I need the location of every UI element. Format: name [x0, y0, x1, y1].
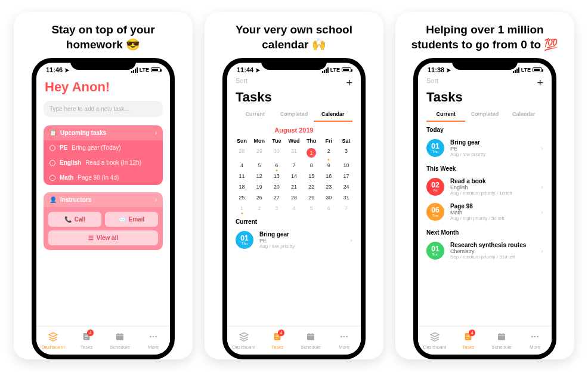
tab-more[interactable]: More [327, 327, 361, 355]
instructors-card: 👤 Instructors › 📞 Call ✉️ Emai [44, 192, 163, 250]
calendar-cell[interactable]: 12 [250, 171, 268, 181]
calendar-cell[interactable]: 10 [338, 160, 355, 171]
svg-point-12 [531, 336, 533, 338]
calendar-cell[interactable]: 16 [320, 171, 338, 181]
add-task-input[interactable]: Type here to add a new task... [44, 101, 163, 117]
clipboard-icon: 📋 [49, 130, 57, 136]
call-button[interactable]: 📞 Call [48, 212, 101, 227]
calendar-cell[interactable]: 27 [268, 192, 285, 203]
tab-dashboard[interactable]: Dashboard [227, 327, 261, 355]
calendar-cell[interactable]: 4 [233, 160, 250, 171]
phone-mock: 11:44 ➤ LTE Sort + Tasks CurrentComplete… [222, 58, 366, 359]
calendar-cell[interactable]: 4 [285, 203, 302, 214]
calendar-cell[interactable]: 31 [338, 192, 355, 203]
upcoming-task-row[interactable]: PE Bring gear (Today) [44, 140, 163, 155]
calendar-cell[interactable]: 23 [320, 181, 338, 192]
calendar-cell[interactable]: 3 [268, 203, 285, 214]
task-checkbox[interactable] [49, 145, 55, 151]
segment-tab-calendar[interactable]: Calendar [505, 107, 543, 122]
task-item[interactable]: 01Thu Bring gear PE Aug / low priority › [227, 227, 361, 252]
view-all-button[interactable]: ☰ View all [48, 230, 158, 245]
segment-tab-completed[interactable]: Completed [274, 107, 313, 122]
calendar-cell[interactable]: 6 [268, 160, 285, 171]
calendar-cell[interactable]: 7 [285, 160, 302, 171]
calendar-cell[interactable]: 24 [338, 181, 355, 192]
upcoming-task-row[interactable]: English Read a book (In 12h) [44, 155, 163, 170]
calendar-cell[interactable]: 25 [233, 192, 250, 203]
calendar-cell[interactable]: 28 [233, 146, 250, 160]
tab-schedule[interactable]: Schedule [103, 327, 137, 355]
calendar-cell[interactable]: 9 [320, 160, 338, 171]
calendar-cell[interactable]: 17 [338, 171, 355, 181]
calendar-cell[interactable]: 6 [320, 203, 338, 214]
calendar-month-title: August 2019 [227, 122, 361, 136]
calendar-cell[interactable]: 5 [303, 203, 320, 214]
tab-tasks[interactable]: Tasks 4 [451, 327, 485, 355]
calendar-cell[interactable]: 1 [233, 203, 250, 214]
task-date-badge: 02Fri [426, 178, 444, 196]
sort-button[interactable]: Sort [236, 77, 247, 90]
task-checkbox[interactable] [49, 175, 55, 181]
calendar-cell[interactable]: 29 [303, 192, 320, 203]
calendar-cell[interactable]: 1 [303, 146, 320, 160]
calendar-day-header: Wed [285, 136, 302, 146]
upcoming-tasks-header[interactable]: 📋 Upcoming tasks › [44, 125, 163, 140]
calendar-cell[interactable]: 15 [303, 171, 320, 181]
calendar-cell[interactable]: 13 [268, 171, 285, 181]
tab-label: Tasks [271, 344, 283, 350]
tab-schedule[interactable]: Schedule [485, 327, 518, 355]
add-button[interactable]: + [346, 77, 352, 90]
calendar-cell[interactable]: 26 [250, 192, 268, 203]
segment-tab-calendar[interactable]: Calendar [314, 107, 352, 122]
task-item[interactable]: 02Fri Read a book English Aug / medium p… [418, 174, 552, 199]
calendar-cell[interactable]: 20 [268, 181, 285, 192]
calendar-cell[interactable]: 5 [250, 160, 268, 171]
calendar-cell[interactable]: 14 [285, 171, 302, 181]
segment-tab-current[interactable]: Current [236, 107, 274, 122]
calendar-cell[interactable]: 2 [320, 146, 338, 160]
segment-tab-current[interactable]: Current [426, 107, 465, 122]
task-item[interactable]: 06Tue Page 98 Math Aug / high priority /… [418, 199, 552, 224]
calendar-day-header: Thu [303, 136, 320, 146]
add-button[interactable]: + [537, 77, 543, 90]
calendar-cell[interactable]: 21 [285, 181, 302, 192]
layers-icon [239, 332, 249, 343]
upcoming-tasks-card[interactable]: 📋 Upcoming tasks › PE Bring gear (Today)… [44, 125, 163, 185]
tab-schedule[interactable]: Schedule [294, 327, 327, 355]
tab-more[interactable]: More [137, 327, 170, 355]
section-label: Next Month [418, 224, 552, 238]
calendar-cell[interactable]: 3 [338, 146, 355, 160]
calendar-cell[interactable]: 30 [320, 192, 338, 203]
tab-badge: 4 [278, 330, 284, 336]
tab-dashboard[interactable]: Dashboard [418, 327, 451, 355]
email-button[interactable]: ✉️ Email [105, 212, 158, 227]
calendar-cell[interactable]: 31 [285, 146, 302, 160]
calendar-cell[interactable]: 28 [285, 192, 302, 203]
tab-more[interactable]: More [518, 327, 552, 355]
calendar-cell[interactable]: 30 [268, 146, 285, 160]
battery-icon [533, 67, 542, 72]
task-item[interactable]: 01Thu Bring gear PE Aug / low priority › [418, 136, 552, 161]
tab-label: Tasks [462, 344, 474, 350]
calendar-cell[interactable]: 8 [303, 160, 320, 171]
tab-tasks[interactable]: Tasks 4 [70, 327, 103, 355]
chevron-right-icon: › [155, 130, 157, 136]
section-label-current: Current [227, 214, 361, 227]
instructors-header[interactable]: 👤 Instructors › [44, 192, 163, 207]
task-checkbox[interactable] [49, 160, 55, 166]
tab-tasks[interactable]: Tasks 4 [261, 327, 294, 355]
tab-dashboard[interactable]: Dashboard [36, 327, 70, 355]
calendar-day-header: Mon [250, 136, 268, 146]
task-item[interactable]: 01Sun Research synthesis routes Chemistr… [418, 238, 552, 263]
calendar-cell[interactable]: 11 [233, 171, 250, 181]
calendar-cell[interactable]: 2 [250, 203, 268, 214]
sort-button[interactable]: Sort [426, 77, 438, 90]
phone-mock: 11:46 ➤ LTE Hey Anon! Type here to add a… [32, 58, 175, 359]
calendar-cell[interactable]: 19 [250, 181, 268, 192]
segment-tab-completed[interactable]: Completed [465, 107, 504, 122]
upcoming-task-row[interactable]: Math Page 98 (In 4d) [44, 170, 163, 185]
calendar-cell[interactable]: 18 [233, 181, 250, 192]
calendar-cell[interactable]: 7 [338, 203, 355, 214]
calendar-cell[interactable]: 29 [250, 146, 268, 160]
calendar-cell[interactable]: 22 [303, 181, 320, 192]
